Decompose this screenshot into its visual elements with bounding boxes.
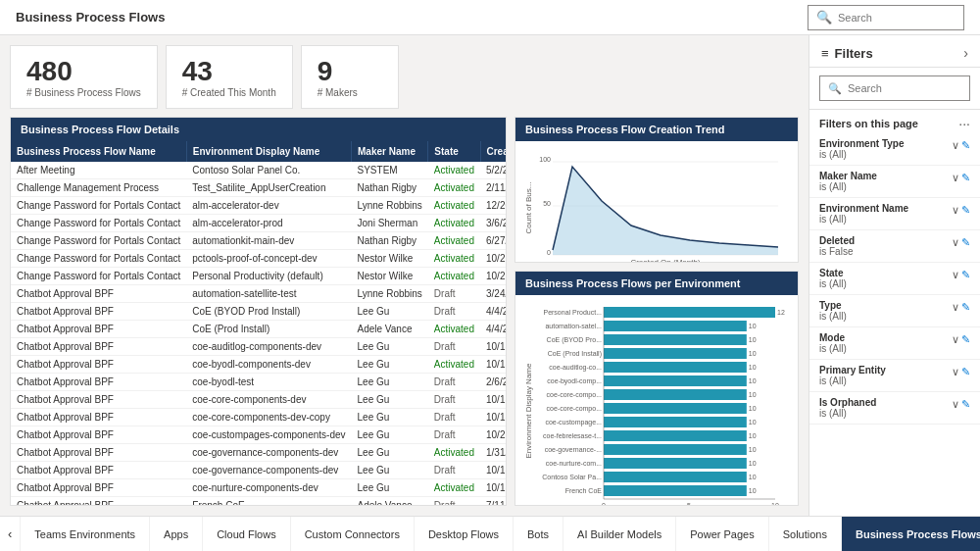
svg-text:Count of Bus...: Count of Bus... xyxy=(524,182,533,234)
filter-item-icons: ∨ ✎ xyxy=(952,139,970,152)
filter-edit-icon[interactable]: ✎ xyxy=(961,301,970,314)
nav-item[interactable]: Power Pages xyxy=(676,517,768,551)
svg-text:coe-governance-...: coe-governance-... xyxy=(545,446,602,454)
nav-item[interactable]: AI Builder Models xyxy=(564,517,676,551)
filter-item-name: Type xyxy=(819,300,952,311)
nav-item[interactable]: Apps xyxy=(150,517,203,551)
table-cell: Adele Vance xyxy=(352,497,428,506)
filters-options-icon[interactable]: ··· xyxy=(958,116,970,131)
table-row[interactable]: Change Password for Portals Contactalm-a… xyxy=(11,197,506,215)
top-search-box[interactable]: 🔍 xyxy=(808,5,964,30)
filter-close-icon[interactable]: › xyxy=(963,45,968,61)
bar-chart-body: Environment Display Name Personal Produc… xyxy=(515,295,798,506)
filter-chevron-icon[interactable]: ∨ xyxy=(952,269,959,281)
table-cell: Activated xyxy=(428,268,480,285)
svg-text:10: 10 xyxy=(771,502,779,506)
filter-chevron-icon[interactable]: ∨ xyxy=(952,333,959,346)
table-row[interactable]: Chatbot Approval BPFCoE (Prod Install)Ad… xyxy=(11,321,506,338)
table-cell: 10/18/2022 10:15:37 AM xyxy=(480,356,506,374)
table-row[interactable]: Chatbot Approval BPFcoe-nurture-componen… xyxy=(11,479,506,497)
filter-search-box[interactable]: 🔍 xyxy=(819,75,970,101)
filter-item-icons: ∨ ✎ xyxy=(952,366,970,378)
filter-item-value: is (All) xyxy=(819,278,952,289)
filter-item: Is Orphaned is (All) ∨ ✎ xyxy=(809,392,980,425)
svg-text:CoE (BYOD Pro...: CoE (BYOD Pro... xyxy=(547,336,602,344)
filter-chevron-icon[interactable]: ∨ xyxy=(952,172,959,184)
search-input[interactable] xyxy=(838,12,956,24)
table-row[interactable]: Chatbot Approval BPFcoe-core-components-… xyxy=(11,391,506,409)
svg-rect-29 xyxy=(604,348,747,359)
svg-text:10: 10 xyxy=(749,474,757,480)
table-cell: Chatbot Approval BPF xyxy=(11,426,186,444)
filter-chevron-icon[interactable]: ∨ xyxy=(952,236,959,249)
table-cell: Chatbot Approval BPF xyxy=(11,374,186,391)
svg-rect-23 xyxy=(604,321,747,331)
table-row[interactable]: Chatbot Approval BPFFrench CoEAdele Vanc… xyxy=(11,497,506,506)
table-row[interactable]: Change Password for Portals ContactPerso… xyxy=(11,268,506,285)
table-cell: Lee Gu xyxy=(352,462,428,479)
svg-text:Aug'23: Aug'23 xyxy=(707,261,728,263)
table-container[interactable]: Business Process Flow Name Environment D… xyxy=(11,141,506,505)
filter-chevron-icon[interactable]: ∨ xyxy=(952,139,959,152)
table-row[interactable]: Chatbot Approval BPFCoE (BYOD Prod Insta… xyxy=(11,303,506,321)
table-cell: Activated xyxy=(428,444,480,462)
filter-chevron-icon[interactable]: ∨ xyxy=(952,366,959,378)
nav-prev-arrow[interactable]: ‹ xyxy=(0,517,21,551)
filter-edit-icon[interactable]: ✎ xyxy=(961,236,970,249)
table-card-header: Business Process Flow Details xyxy=(11,118,506,141)
table-cell: Nathan Rigby xyxy=(352,232,428,250)
bpf-table: Business Process Flow Name Environment D… xyxy=(11,141,506,505)
filter-edit-icon[interactable]: ✎ xyxy=(961,172,970,184)
svg-text:French CoE: French CoE xyxy=(565,487,603,494)
filter-item: Maker Name is (All) ∨ ✎ xyxy=(809,166,980,198)
filter-chevron-icon[interactable]: ∨ xyxy=(952,204,959,217)
svg-rect-53 xyxy=(604,458,747,469)
filter-edit-icon[interactable]: ✎ xyxy=(961,366,970,378)
filter-chevron-icon[interactable]: ∨ xyxy=(952,301,959,314)
svg-text:10: 10 xyxy=(749,336,757,343)
nav-item[interactable]: Custom Connectors xyxy=(291,517,415,551)
filter-chevron-icon[interactable]: ∨ xyxy=(952,398,959,411)
table-row[interactable]: Chatbot Approval BPFcoe-byodl-testLee Gu… xyxy=(11,374,506,391)
table-row[interactable]: Change Password for Portals Contactalm-a… xyxy=(11,215,506,232)
table-row[interactable]: Challenge Management ProcessTest_Satilit… xyxy=(11,179,506,197)
nav-item[interactable]: Bots xyxy=(514,517,564,551)
table-row[interactable]: Chatbot Approval BPFcoe-governance-compo… xyxy=(11,444,506,462)
filter-item-icons: ∨ ✎ xyxy=(952,301,970,314)
filter-edit-icon[interactable]: ✎ xyxy=(961,139,970,152)
table-row[interactable]: Chatbot Approval BPFcoe-governance-compo… xyxy=(11,462,506,479)
table-row[interactable]: Change Password for Portals Contactpctoo… xyxy=(11,250,506,268)
nav-item[interactable]: Cloud Flows xyxy=(203,517,291,551)
nav-item[interactable]: Business Process Flows xyxy=(842,517,980,551)
table-row[interactable]: Chatbot Approval BPFcoe-byodl-components… xyxy=(11,356,506,374)
table-row[interactable]: Chatbot Approval BPFcoe-core-components-… xyxy=(11,409,506,426)
nav-item[interactable]: Solutions xyxy=(769,517,842,551)
filter-item-icons: ∨ ✎ xyxy=(952,236,970,249)
filter-item-value: is (All) xyxy=(819,311,952,322)
filters-on-page-header: Filters on this page ··· xyxy=(809,110,980,133)
filter-edit-icon[interactable]: ✎ xyxy=(961,204,970,217)
filter-edit-icon[interactable]: ✎ xyxy=(961,333,970,346)
table-row[interactable]: Chatbot Approval BPFautomation-satellite… xyxy=(11,285,506,303)
bar-chart-card: Business Process Flows per Environment E… xyxy=(514,271,799,506)
table-row[interactable]: Chatbot Approval BPFcoe-custompages-comp… xyxy=(11,426,506,444)
table-cell: Draft xyxy=(428,391,480,409)
nav-item[interactable]: Desktop Flows xyxy=(415,517,514,551)
svg-text:coe-core-compo...: coe-core-compo... xyxy=(547,405,602,413)
col-header-env: Environment Display Name xyxy=(186,141,351,162)
table-row[interactable]: After MeetingContoso Solar Panel Co.SYST… xyxy=(11,162,506,179)
svg-text:10: 10 xyxy=(749,350,757,357)
table-row[interactable]: Chatbot Approval BPFcoe-auditlog-compone… xyxy=(11,338,506,356)
page-title: Business Process Flows xyxy=(16,10,165,25)
svg-text:coe-custompage...: coe-custompage... xyxy=(545,419,602,426)
nav-item[interactable]: Teams Environments xyxy=(21,517,150,551)
table-cell: coe-byodl-test xyxy=(186,374,351,391)
filter-edit-icon[interactable]: ✎ xyxy=(961,398,970,411)
table-row[interactable]: Change Password for Portals Contactautom… xyxy=(11,232,506,250)
table-cell: Lynne Robbins xyxy=(352,285,428,303)
svg-text:100: 100 xyxy=(539,156,551,163)
filter-search-input[interactable] xyxy=(848,82,961,94)
filter-item-left: Environment Name is (All) xyxy=(819,203,952,225)
filter-edit-icon[interactable]: ✎ xyxy=(961,269,970,281)
filter-item-left: Maker Name is (All) xyxy=(819,171,952,192)
